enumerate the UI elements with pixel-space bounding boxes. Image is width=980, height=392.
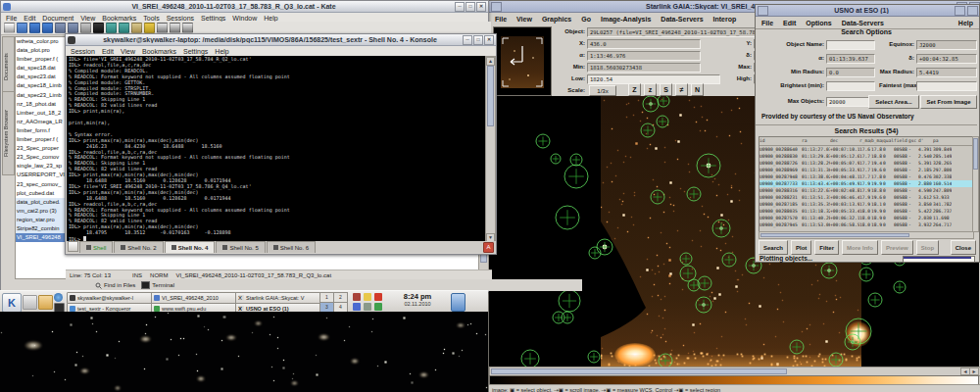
file-list-item[interactable]: 23_Spec_comov — [16, 153, 67, 162]
back-icon[interactable] — [29, 23, 40, 33]
faintest-input[interactable] — [916, 81, 977, 91]
table-row[interactable]: U0900_0028757001:13:40.282+00:06:32.1118… — [760, 215, 973, 221]
table-row[interactable]: U0900_0028831601:13:22.637+00:02:48.8417… — [760, 187, 973, 194]
tray-icon-notes[interactable] — [364, 293, 371, 301]
column-header-pa[interactable]: pa — [933, 137, 952, 145]
file-list-item[interactable]: single_law_23_sp — [16, 162, 67, 171]
konsole-menu-edit[interactable]: Edit — [102, 48, 114, 55]
undo-icon[interactable] — [106, 23, 117, 33]
open-folder-icon[interactable] — [17, 23, 27, 33]
find-prev-icon[interactable] — [182, 23, 193, 33]
kate-menu-file[interactable]: File — [6, 15, 17, 22]
file-list-item[interactable]: Stripe82_combin — [16, 224, 67, 233]
column-header-gsc[interactable]: gsc — [908, 137, 918, 145]
file-list-item[interactable]: Limber_out_18_2 — [16, 109, 67, 118]
show-desktop-icon[interactable] — [23, 295, 37, 310]
save-all-icon[interactable] — [68, 23, 78, 33]
home-folder-icon[interactable] — [38, 295, 53, 310]
usno-delta-input[interactable]: +00:04:32.85 — [916, 54, 977, 64]
print-icon[interactable] — [80, 23, 91, 33]
usno-menu-options[interactable]: Options — [806, 20, 831, 26]
select-area-button[interactable]: Select Area... — [868, 95, 919, 109]
table-row[interactable]: U0900_0028718501:13:35.350+00:03:13.9617… — [760, 201, 973, 208]
kate-editor-area[interactable]: 612 899.4740 1006.2910 18.40298549999999… — [66, 254, 478, 270]
browser-launcher-icon[interactable] — [54, 293, 63, 302]
terminal-output[interactable]: IDL> file='VI_SREI_496248_2010-11-02T03_… — [67, 56, 486, 242]
file-list-item[interactable]: USERREPORT_VII — [16, 171, 67, 179]
file-list-item[interactable]: dat_spec23.dat — [16, 73, 67, 81]
konsole-menu-view[interactable]: View — [121, 48, 135, 55]
scroll-right-arrow[interactable]: ► — [969, 368, 979, 375]
sidebar-tab-filesystem[interactable]: Filesystem Browser — [2, 91, 15, 175]
usno-menu-box[interactable] — [758, 6, 768, 16]
file-list-item[interactable]: nz_AAOmega_LR — [16, 118, 67, 126]
kate-titlebar[interactable]: VI_SREI_496248_2010-11-02T03_17_58.783_R… — [1, 1, 488, 13]
kate-close-button[interactable]: ✕ — [476, 2, 486, 12]
file-list-item[interactable]: 23_spec_comov_ — [16, 180, 67, 189]
usno-minimize-button[interactable] — [955, 6, 965, 16]
usno-menu-help[interactable]: Help — [958, 20, 973, 26]
gaia-menu-data-servers[interactable]: Data-Servers — [661, 16, 703, 23]
konsole-tab-2[interactable]: Shell No. 2 — [114, 241, 163, 253]
kate-menu-tools[interactable]: Tools — [143, 15, 159, 22]
table-row[interactable]: U0900_0028864001:13:27.074+00:07:10.1317… — [760, 146, 973, 153]
kate-minimize-button[interactable]: ─ — [455, 2, 465, 12]
konsole-close-button[interactable]: ✕ — [484, 35, 494, 45]
file-list-item[interactable]: limber_proper.f ( — [16, 135, 67, 144]
gaia-menu-interop[interactable]: Interop — [713, 16, 737, 23]
tray-icon-device[interactable] — [364, 303, 371, 311]
save-icon[interactable] — [55, 23, 66, 33]
set-from-image-button[interactable]: Set From Image — [920, 95, 977, 109]
table-row[interactable]: U0900_0028896901:13:31.366+00:05:33.9717… — [760, 167, 973, 173]
close-button[interactable]: Close — [951, 240, 976, 255]
brightest-input[interactable] — [826, 81, 875, 91]
column-header-field[interactable]: field — [894, 137, 908, 145]
kate-menu-sessions[interactable]: Sessions — [167, 15, 194, 22]
usno-maximize-button[interactable] — [967, 6, 978, 16]
table-row[interactable]: U0900_0028823101:13:51.317+00:06:46.4317… — [760, 194, 973, 201]
file-list-item[interactable]: 23_Spec_proper — [16, 144, 67, 153]
filter-button[interactable]: Filter — [814, 240, 839, 255]
table-row[interactable]: U0900_0028872601:13:28.294+00:05:07.9617… — [760, 160, 973, 167]
equinox-input[interactable]: J2000 — [916, 40, 977, 50]
file-list-item[interactable]: dat_spec18.dat — [16, 64, 67, 73]
konsole-menu-bookmarks[interactable]: Bookmarks — [142, 48, 176, 55]
file-list-item[interactable]: plot_cubed.dat — [16, 189, 67, 198]
paste-icon[interactable] — [131, 23, 142, 33]
column-header-b_mag[interactable]: b_mag — [871, 137, 883, 145]
konsole-tab-3[interactable]: Shell No. 4 — [165, 241, 216, 253]
zoom-button-z[interactable]: Z — [628, 83, 641, 96]
object-name-input[interactable] — [826, 40, 875, 50]
search-button[interactable]: Search — [759, 240, 788, 255]
file-list-item[interactable]: data_plot_cubed. — [16, 198, 67, 207]
table-row[interactable]: U0900_0028803501:13:18.329+00:05:33.4018… — [760, 208, 973, 215]
usno-titlebar[interactable]: USNO at ESO (1) — [756, 5, 979, 17]
klipper-icon[interactable] — [451, 293, 466, 312]
column-header-qual[interactable]: qual — [883, 137, 894, 145]
file-list-item[interactable]: nz_18_phot.dat — [16, 100, 67, 109]
file-list-item[interactable]: data_plot.pro — [16, 46, 67, 55]
usno-menu-edit[interactable]: Edit — [783, 20, 796, 26]
usno-table-h-scrollbar[interactable] — [759, 231, 974, 239]
column-header-ra[interactable]: ra — [802, 137, 830, 145]
konsole-tab-4[interactable]: Shell No. 5 — [216, 241, 265, 253]
column-header-id[interactable]: id — [760, 137, 802, 145]
file-list-item[interactable]: dat_spec23_Limb — [16, 91, 67, 100]
gaia-menu-file[interactable]: File — [495, 16, 507, 23]
konsole-tab-5[interactable]: Shell No. 6 — [267, 241, 316, 253]
terminal-v-scrollbar[interactable]: ▲ ▼ — [485, 56, 496, 243]
gaia-menu-go[interactable]: Go — [581, 16, 591, 23]
konsole-menu-help[interactable]: Help — [215, 48, 228, 55]
find-icon[interactable] — [157, 23, 168, 33]
clock[interactable]: 8:24 pm 02.11.2010 — [392, 292, 443, 307]
file-list-item[interactable]: region_star.pro — [16, 216, 67, 224]
zoom-button-n[interactable]: N — [691, 83, 704, 96]
tray-icon-alert[interactable] — [374, 293, 382, 301]
usno-alpha-input[interactable]: 01:13:39.637 — [826, 54, 875, 64]
column-header-d[interactable]: d' — [918, 137, 933, 145]
table-row[interactable]: U0900_0028794801:13:38.028+00:04:48.1417… — [760, 173, 973, 180]
gaia-menu-image-analysis[interactable]: Image-Analysis — [601, 16, 651, 23]
zoom-button-≠[interactable]: ≠ — [675, 83, 688, 96]
bookmark-icon[interactable] — [144, 23, 155, 33]
stop-icon[interactable] — [93, 23, 104, 33]
